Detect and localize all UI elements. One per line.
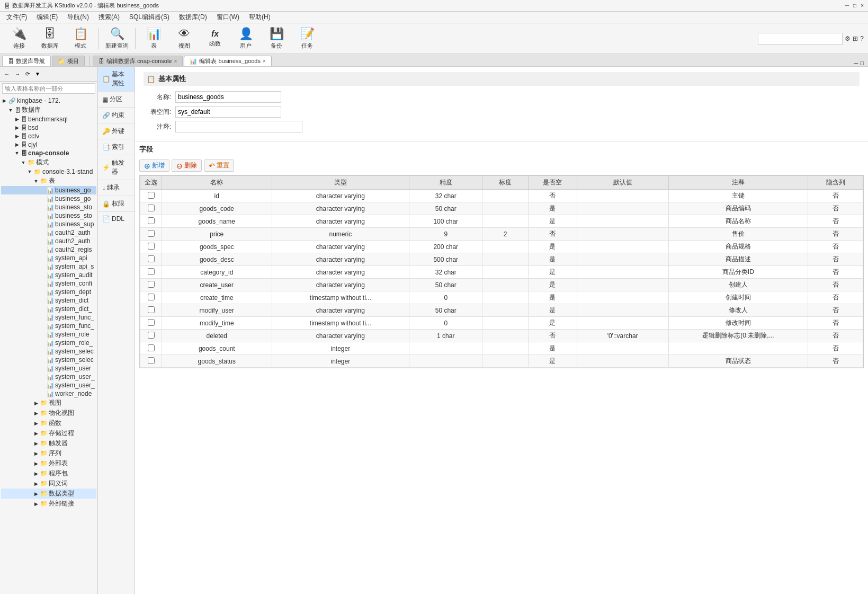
table-row[interactable]: price numeric 9 2 否 售价 否 bbox=[140, 228, 863, 241]
table-row[interactable]: modify_user character varying 50 char 是 … bbox=[140, 304, 863, 317]
delete-field-button[interactable]: ⊖ 删除 bbox=[172, 159, 202, 172]
tree-table-business-goods-1[interactable]: 📊 business_go bbox=[1, 186, 96, 194]
nav-ddl[interactable]: 📄 DDL bbox=[98, 212, 135, 226]
row-checkbox[interactable] bbox=[148, 205, 155, 211]
user-button[interactable]: 👤 用户 bbox=[231, 25, 261, 52]
tab-edit-database[interactable]: 🗄 编辑数据库 cnap-console × bbox=[93, 56, 183, 66]
table-name-input[interactable] bbox=[175, 91, 281, 103]
tree-db-cnap-console[interactable]: ▼ 🗄 cnap-console bbox=[1, 149, 96, 157]
sidebar-search-input[interactable] bbox=[2, 83, 95, 94]
task-button[interactable]: 📝 任务 bbox=[292, 25, 322, 52]
tree-table-business-sup[interactable]: 📊 business_sup bbox=[1, 220, 96, 228]
row-checkbox[interactable] bbox=[148, 230, 155, 237]
layout-icon[interactable]: ⊞ bbox=[853, 35, 858, 42]
sidebar-btn-1[interactable]: ← bbox=[2, 70, 12, 78]
table-row[interactable]: goods_spec character varying 200 char 是 … bbox=[140, 241, 863, 253]
tab-min-icon[interactable]: ─ bbox=[854, 60, 858, 66]
tree-sequences-folder[interactable]: ▶ 📁 序列 bbox=[1, 448, 96, 458]
row-checkbox[interactable] bbox=[148, 255, 155, 262]
sidebar-btn-3[interactable]: ⟳ bbox=[23, 70, 32, 78]
tree-schemas-folder[interactable]: ▼ 📁 模式 bbox=[1, 157, 96, 167]
table-row[interactable]: goods_code character varying 50 char 是 商… bbox=[140, 202, 863, 215]
table-row[interactable]: modify_time timestamp without ti... 0 是 … bbox=[140, 317, 863, 330]
schema-button[interactable]: 📋 模式 bbox=[66, 25, 95, 52]
table-row[interactable]: create_user character varying 50 char 是 … bbox=[140, 279, 863, 291]
tree-table-system-selec-2[interactable]: 📊 system_selec bbox=[1, 356, 96, 364]
minimize-button[interactable]: ─ bbox=[845, 3, 849, 8]
table-row[interactable]: goods_desc character varying 500 char 是 … bbox=[140, 253, 863, 266]
tree-table-worker-node[interactable]: 📊 worker_node bbox=[1, 389, 96, 398]
tree-triggers-folder[interactable]: ▶ 📁 触发器 bbox=[1, 438, 96, 448]
row-checkbox[interactable] bbox=[148, 306, 155, 313]
row-checkbox[interactable] bbox=[148, 332, 155, 339]
nav-partition[interactable]: ▦ 分区 bbox=[98, 92, 135, 108]
row-checkbox[interactable] bbox=[148, 344, 155, 351]
tree-databases-folder[interactable]: ▼ 🗄 数据库 bbox=[1, 105, 96, 115]
tree-db-cjyl[interactable]: ▶ 🗄 cjyl bbox=[1, 140, 96, 149]
tree-datatypes-folder[interactable]: ▶ 📁 数据类型 bbox=[1, 489, 96, 499]
tree-table-system-user[interactable]: 📊 system_user bbox=[1, 364, 96, 373]
row-checkbox[interactable] bbox=[148, 357, 155, 364]
tree-table-oauth2-auth-2[interactable]: 📊 oauth2_auth bbox=[1, 237, 96, 245]
settings-icon[interactable]: ⚙ bbox=[845, 35, 851, 42]
row-checkbox[interactable] bbox=[148, 294, 155, 300]
table-row[interactable]: goods_count integer 是 否 bbox=[140, 342, 863, 355]
tree-tables-folder[interactable]: ▼ 📁 表 bbox=[1, 176, 96, 186]
tree-table-system-dict-1[interactable]: 📊 system_dict bbox=[1, 296, 96, 305]
function-button[interactable]: fx 函数 bbox=[200, 25, 230, 52]
tree-connection[interactable]: ▶ 🔗 kingbase - 172. bbox=[1, 96, 96, 105]
tree-table-business-goods-2[interactable]: 📊 business_go bbox=[1, 194, 96, 203]
connect-button[interactable]: 🔌 连接 bbox=[4, 25, 34, 52]
tree-table-system-func-1[interactable]: 📊 system_func_ bbox=[1, 313, 96, 322]
nav-permission[interactable]: 🔒 权限 bbox=[98, 196, 135, 212]
menu-search[interactable]: 搜索(A) bbox=[94, 12, 124, 23]
tree-table-oauth2-regis[interactable]: 📊 oauth2_regis bbox=[1, 245, 96, 254]
tree-db-benchmarksql[interactable]: ▶ 🗄 benchmarksql bbox=[1, 115, 96, 123]
add-field-button[interactable]: ⊕ 新增 bbox=[139, 159, 169, 172]
tree-synonyms-folder[interactable]: ▶ 📁 同义词 bbox=[1, 478, 96, 489]
tree-table-system-role-2[interactable]: 📊 system_role_ bbox=[1, 339, 96, 347]
maximize-button[interactable]: □ bbox=[853, 3, 856, 8]
tree-table-system-confi[interactable]: 📊 system_confi bbox=[1, 279, 96, 288]
tree-table-system-api-s[interactable]: 📊 system_api_s bbox=[1, 262, 96, 271]
new-query-button[interactable]: 🔍 新建查询 bbox=[102, 25, 132, 52]
table-row[interactable]: deleted character varying 1 char 否 '0'::… bbox=[140, 330, 863, 342]
help-icon[interactable]: ? bbox=[860, 35, 864, 42]
tree-mat-views-folder[interactable]: ▶ 📁 物化视图 bbox=[1, 408, 96, 418]
row-checkbox[interactable] bbox=[148, 319, 155, 326]
table-row[interactable]: create_time timestamp without ti... 0 是 … bbox=[140, 291, 863, 304]
row-checkbox[interactable] bbox=[148, 268, 155, 275]
menu-help[interactable]: 帮助(H) bbox=[245, 12, 275, 23]
tree-db-cctv[interactable]: ▶ 🗄 cctv bbox=[1, 132, 96, 140]
nav-index[interactable]: 📑 索引 bbox=[98, 139, 135, 155]
menu-nav[interactable]: 导航(N) bbox=[63, 12, 93, 23]
tree-ext-tables-folder[interactable]: ▶ 📁 外部表 bbox=[1, 458, 96, 468]
table-row[interactable]: category_id character varying 32 char 是 … bbox=[140, 266, 863, 279]
table-row[interactable]: id character varying 32 char 否 主键 否 bbox=[140, 190, 863, 202]
database-button[interactable]: 🗄 数据库 bbox=[35, 25, 65, 52]
tab-project[interactable]: 📁 项目 bbox=[52, 56, 85, 66]
table-button[interactable]: 📊 表 bbox=[139, 25, 168, 52]
tree-table-business-sto-2[interactable]: 📊 business_sto bbox=[1, 211, 96, 220]
tree-table-system-role[interactable]: 📊 system_role bbox=[1, 330, 96, 339]
tab-max-icon[interactable]: □ bbox=[860, 60, 864, 66]
view-button[interactable]: 👁 视图 bbox=[169, 25, 199, 52]
tree-table-system-selec-1[interactable]: 📊 system_selec bbox=[1, 347, 96, 356]
tree-procedures-folder[interactable]: ▶ 📁 存储过程 bbox=[1, 428, 96, 438]
tab-database-nav[interactable]: 🗄 数据库导航 bbox=[2, 56, 51, 66]
menu-window[interactable]: 窗口(W) bbox=[212, 12, 244, 23]
tree-table-system-api[interactable]: 📊 system_api bbox=[1, 254, 96, 262]
tree-schema-console[interactable]: ▼ 📁 console-3.1-stand bbox=[1, 167, 96, 176]
tree-packages-folder[interactable]: ▶ 📁 程序包 bbox=[1, 468, 96, 478]
table-row[interactable]: goods_name character varying 100 char 是 … bbox=[140, 215, 863, 228]
tab-edit-db-close[interactable]: × bbox=[174, 58, 177, 64]
tab-edit-table[interactable]: 📊 编辑表 business_goods × bbox=[184, 56, 271, 66]
global-search-input[interactable] bbox=[758, 33, 843, 45]
nav-basic[interactable]: 📋 基本属性 bbox=[98, 67, 135, 92]
reset-field-button[interactable]: ↶ 重置 bbox=[204, 159, 234, 172]
tree-table-system-user-3[interactable]: 📊 system_user_ bbox=[1, 381, 96, 389]
nav-trigger[interactable]: ⚡ 触发器 bbox=[98, 155, 135, 180]
nav-foreign-key[interactable]: 🔑 外键 bbox=[98, 123, 135, 139]
tree-table-system-user-2[interactable]: 📊 system_user_ bbox=[1, 373, 96, 381]
tree-table-system-dept[interactable]: 📊 system_dept bbox=[1, 288, 96, 296]
